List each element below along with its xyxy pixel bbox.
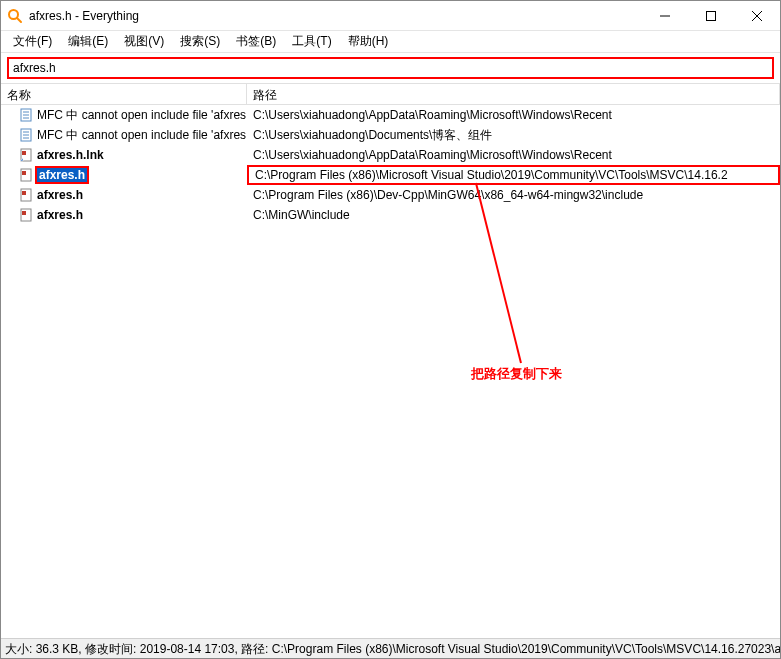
titlebar: afxres.h - Everything [1,1,780,31]
search-input[interactable] [7,57,774,79]
window-controls [642,1,780,31]
maximize-button[interactable] [688,1,734,31]
svg-line-1 [17,18,21,22]
menu-search[interactable]: 搜索(S) [172,31,228,52]
menu-view[interactable]: 视图(V) [116,31,172,52]
annotation-arrow [1,105,780,650]
column-header-path[interactable]: 路径 [247,84,780,104]
window-title: afxres.h - Everything [29,9,642,23]
close-button[interactable] [734,1,780,31]
search-row [1,53,780,83]
column-headers: 名称 路径 [1,83,780,105]
menu-tools[interactable]: 工具(T) [284,31,339,52]
app-icon [7,8,23,24]
menu-file[interactable]: 文件(F) [5,31,60,52]
menu-help[interactable]: 帮助(H) [340,31,397,52]
menu-bookmarks[interactable]: 书签(B) [228,31,284,52]
svg-line-22 [476,183,521,363]
statusbar: 大小: 36.3 KB, 修改时间: 2019-08-14 17:03, 路径:… [1,638,780,658]
minimize-button[interactable] [642,1,688,31]
results-list: MFC 中 cannot open include file 'afxres..… [1,105,780,650]
menubar: 文件(F) 编辑(E) 视图(V) 搜索(S) 书签(B) 工具(T) 帮助(H… [1,31,780,53]
svg-rect-3 [707,11,716,20]
annotation-text: 把路径复制下来 [471,365,562,383]
column-header-name[interactable]: 名称 [1,84,247,104]
menu-edit[interactable]: 编辑(E) [60,31,116,52]
